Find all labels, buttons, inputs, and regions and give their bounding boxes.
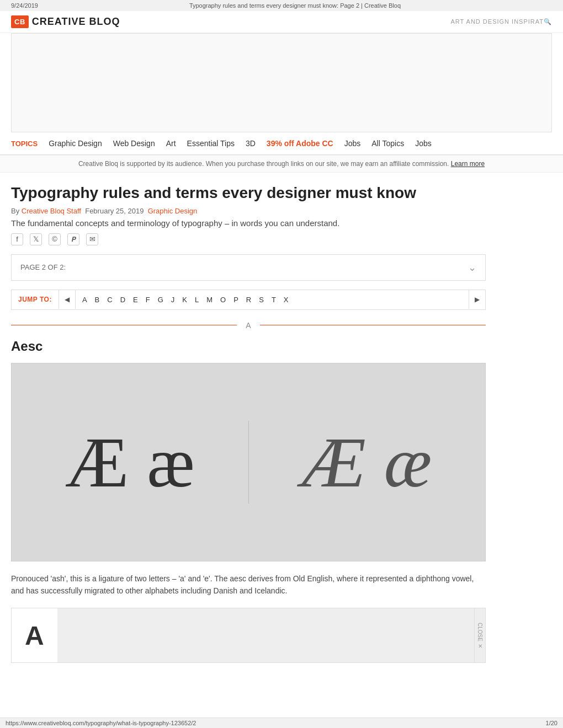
article-area: Typography rules and terms every designe…	[0, 173, 497, 663]
whatsapp-icon[interactable]: ©	[49, 233, 61, 245]
jump-letter-k[interactable]: K	[182, 296, 187, 304]
ad-letter: A	[16, 617, 53, 655]
jump-letter-c[interactable]: C	[107, 296, 112, 304]
jump-letter-p[interactable]: P	[233, 296, 238, 304]
nav-art[interactable]: Art	[166, 139, 176, 148]
bottom-ad-inner: A	[12, 616, 57, 655]
nav-web-design[interactable]: Web Design	[113, 139, 155, 148]
jump-letters: A B C D E F G J K L M O P R S T X	[76, 290, 469, 309]
tagline: ART AND DESIGN INSPIRAT🔍	[451, 18, 552, 25]
term-heading: Aesc	[11, 339, 486, 354]
term-image: Æ æ Æ æ	[11, 363, 486, 561]
jump-letter-m[interactable]: M	[206, 296, 213, 304]
jump-right-button[interactable]: ▶	[469, 290, 485, 309]
jump-letter-f[interactable]: F	[146, 296, 150, 304]
section-divider-a: A	[11, 321, 486, 330]
jump-letter-e[interactable]: E	[133, 296, 138, 304]
nav-all-topics[interactable]: All Topics	[371, 139, 404, 148]
browser-date: 9/24/2019	[11, 2, 38, 9]
divider-line-right	[260, 325, 486, 325]
social-row: f 𝕏 © 𝙋 ✉	[11, 233, 486, 245]
nav-3d[interactable]: 3D	[246, 139, 256, 148]
article-meta: By Creative Bloq Staff February 25, 2019…	[11, 207, 486, 215]
twitter-icon[interactable]: 𝕏	[30, 233, 42, 245]
jump-letter-s[interactable]: S	[259, 296, 264, 304]
jump-letter-a[interactable]: A	[82, 296, 87, 304]
article-date: February 25, 2019	[85, 207, 144, 215]
affiliate-notice: Creative Bloq is supported by its audien…	[0, 155, 563, 173]
article-subtitle: The fundamental concepts and terminology…	[11, 218, 486, 228]
aesc-serif: Æ æ	[12, 421, 248, 504]
jump-letter-b[interactable]: B	[95, 296, 100, 304]
jump-letter-l[interactable]: L	[195, 296, 199, 304]
jump-letter-x[interactable]: X	[284, 296, 289, 304]
learn-more-link[interactable]: Learn more	[451, 160, 485, 168]
section-letter: A	[237, 321, 259, 330]
jump-letter-g[interactable]: G	[158, 296, 163, 304]
term-description: Pronouced 'ash', this is a ligature of t…	[11, 572, 486, 597]
email-icon[interactable]: ✉	[86, 233, 98, 245]
logo-area[interactable]: CB CREATIVE BLOQ	[11, 15, 120, 28]
article-title: Typography rules and terms every designe…	[11, 184, 486, 202]
nav-graphic-design[interactable]: Graphic Design	[49, 139, 102, 148]
nav-adobe-cc[interactable]: 39% off Adobe CC	[267, 139, 333, 148]
aesc-display: Æ æ Æ æ	[12, 363, 485, 561]
aesc-serif-alt: Æ æ	[248, 421, 486, 504]
nav-topics: TOPICS Graphic Design Web Design Art Ess…	[0, 132, 563, 155]
jump-to-label: JUMP TO:	[12, 290, 59, 309]
jump-letter-r[interactable]: R	[246, 296, 251, 304]
article-category[interactable]: Graphic Design	[148, 207, 198, 215]
jump-letter-d[interactable]: D	[120, 296, 125, 304]
close-ad-button[interactable]: CLOSE ✕	[474, 608, 485, 662]
browser-tab-title: Typography rules and terms every designe…	[189, 2, 401, 9]
jump-letter-t[interactable]: T	[272, 296, 276, 304]
logo-text: CREATIVE BLOQ	[32, 16, 120, 28]
logo-box: CB	[11, 15, 29, 28]
page-label: PAGE 2 OF 2:	[20, 263, 66, 271]
jump-to-bar: JUMP TO: ◀ A B C D E F G J K L M O P R S…	[11, 290, 486, 310]
nav-essential-tips[interactable]: Essential Tips	[187, 139, 235, 148]
nav-jobs-2[interactable]: Jobs	[415, 139, 432, 148]
page-chevron-icon[interactable]: ⌄	[468, 261, 476, 274]
ad-banner	[11, 33, 552, 132]
jump-letter-o[interactable]: O	[220, 296, 226, 304]
pinterest-icon[interactable]: 𝙋	[67, 233, 79, 245]
nav-jobs-1[interactable]: Jobs	[344, 139, 361, 148]
bottom-ad: A CLOSE ✕	[11, 608, 486, 663]
jump-letter-j[interactable]: J	[171, 296, 175, 304]
page-indicator: PAGE 2 OF 2: ⌄	[11, 254, 486, 281]
author-link[interactable]: Creative Bloq Staff	[22, 207, 81, 215]
affiliate-text: Creative Bloq is supported by its audien…	[78, 160, 449, 168]
topics-label: TOPICS	[11, 140, 38, 148]
header: CB CREATIVE BLOQ ART AND DESIGN INSPIRAT…	[0, 11, 563, 33]
divider-line-left	[11, 325, 237, 325]
jump-left-button[interactable]: ◀	[59, 290, 76, 309]
facebook-icon[interactable]: f	[11, 233, 23, 245]
